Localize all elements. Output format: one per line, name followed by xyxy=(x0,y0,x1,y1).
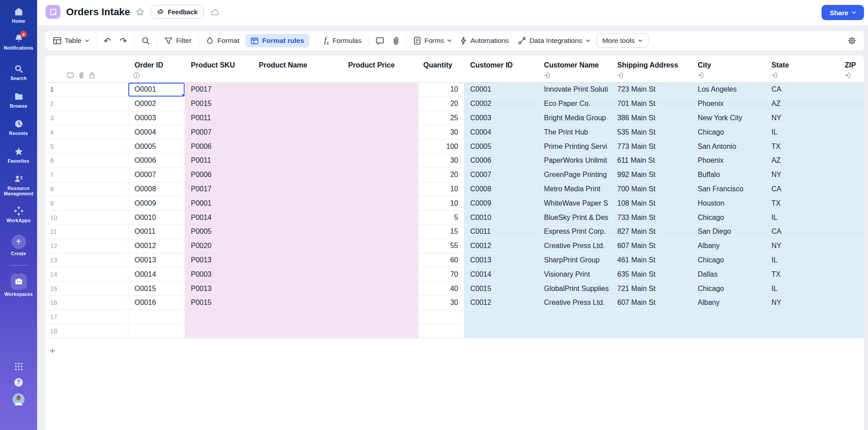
filter-button[interactable]: Filter xyxy=(164,37,191,45)
column-header-customer-name[interactable]: Customer Name xyxy=(538,60,611,70)
cell-order-id[interactable]: O0004 xyxy=(128,125,185,139)
lock-icon[interactable] xyxy=(89,72,95,80)
settings-button[interactable] xyxy=(848,37,856,45)
cell-city[interactable]: Chicago xyxy=(691,282,765,296)
cloud-save-icon[interactable] xyxy=(210,8,219,16)
cell-product-price[interactable] xyxy=(342,310,418,325)
column-header-product-sku[interactable]: Product SKU xyxy=(185,60,253,70)
cell-customer-name[interactable]: WhiteWave Paper S xyxy=(538,196,611,211)
cell-order-id[interactable] xyxy=(128,325,185,339)
cell-zip[interactable] xyxy=(839,168,864,182)
cell-product-price[interactable] xyxy=(342,239,418,253)
column-header-zip[interactable]: ZIP xyxy=(839,60,864,70)
sidebar-item-create[interactable]: + Create xyxy=(0,235,37,256)
cell-quantity[interactable]: 55 xyxy=(418,239,464,253)
cell-customer-id[interactable]: C0007 xyxy=(464,168,538,182)
row-number[interactable]: 18 xyxy=(45,325,128,339)
cell-state[interactable]: NY xyxy=(765,296,839,310)
cell-product-price[interactable] xyxy=(342,168,418,182)
cell-quantity[interactable]: 30 xyxy=(418,125,464,139)
cell-product-name[interactable] xyxy=(253,139,342,154)
cell-product-name[interactable] xyxy=(253,111,342,126)
cell-city[interactable]: Phoenix xyxy=(691,97,765,111)
cell-customer-name[interactable]: Creative Press Ltd. xyxy=(538,239,611,253)
cell-customer-name[interactable]: BlueSky Print & Des xyxy=(538,211,611,225)
cell-state[interactable]: NY xyxy=(765,239,839,253)
row-number[interactable]: 15 xyxy=(45,282,128,296)
cell-product-name[interactable] xyxy=(253,296,342,310)
cell-product-price[interactable] xyxy=(342,97,418,111)
cell-product-name[interactable] xyxy=(253,83,342,97)
cell-city[interactable]: San Diego xyxy=(691,225,765,239)
cell-state[interactable]: AZ xyxy=(765,154,839,168)
cell-zip[interactable] xyxy=(839,154,864,168)
cell-state[interactable] xyxy=(765,325,839,339)
cell-product-sku[interactable]: P0014 xyxy=(185,211,253,225)
cell-customer-id[interactable]: C0001 xyxy=(464,83,538,97)
cell-customer-name[interactable]: The Print Hub xyxy=(538,125,611,139)
cell-link-icon[interactable] xyxy=(697,72,704,80)
cell-product-name[interactable] xyxy=(253,325,342,339)
cell-order-id[interactable]: O0006 xyxy=(128,154,185,168)
row-number[interactable]: 1 xyxy=(45,83,128,97)
cell-product-sku[interactable]: P0006 xyxy=(185,168,253,182)
cell-state[interactable]: IL xyxy=(765,211,839,225)
cell-zip[interactable] xyxy=(839,267,864,282)
cell-order-id[interactable]: O0003 xyxy=(128,111,185,126)
automations-button[interactable]: Automations xyxy=(460,37,509,45)
cell-customer-id[interactable]: C0003 xyxy=(464,111,538,126)
cell-customer-name[interactable]: Bright Media Group xyxy=(538,111,611,126)
comment-bubble-icon[interactable] xyxy=(67,72,74,80)
cell-order-id[interactable] xyxy=(128,310,185,325)
cell-order-id[interactable]: O0011 xyxy=(128,225,185,239)
cell-quantity[interactable]: 15 xyxy=(418,225,464,239)
sidebar-item-workspaces[interactable]: Workspaces xyxy=(0,274,37,297)
cell-state[interactable]: IL xyxy=(765,125,839,139)
cell-product-sku[interactable] xyxy=(185,310,253,325)
cell-shipping-address[interactable]: 721 Main St xyxy=(611,282,691,296)
cell-city[interactable]: San Antonio xyxy=(691,139,765,154)
cell-state[interactable]: CA xyxy=(765,83,839,97)
corner-header-cell[interactable] xyxy=(45,60,128,70)
cell-customer-id[interactable]: C0013 xyxy=(464,253,538,268)
sidebar-item-browse[interactable]: Browse xyxy=(0,91,37,109)
cell-quantity[interactable]: 10 xyxy=(418,83,464,97)
cell-state[interactable]: AZ xyxy=(765,97,839,111)
cell-product-sku[interactable]: P0006 xyxy=(185,139,253,154)
cell-order-id[interactable]: O0015 xyxy=(128,282,185,296)
cell-customer-name[interactable]: Eco Paper Co. xyxy=(538,97,611,111)
cell-shipping-address[interactable]: 461 Main St xyxy=(611,253,691,268)
cell-zip[interactable] xyxy=(839,282,864,296)
cell-product-name[interactable] xyxy=(253,182,342,197)
attachments-button[interactable] xyxy=(393,37,399,45)
cell-shipping-address[interactable] xyxy=(611,325,691,339)
cell-zip[interactable] xyxy=(839,139,864,154)
cell-customer-id[interactable]: C0006 xyxy=(464,154,538,168)
favorite-star-icon[interactable] xyxy=(135,7,145,17)
cell-zip[interactable] xyxy=(839,125,864,139)
sidebar-item-home[interactable]: Home xyxy=(0,6,37,24)
cell-shipping-address[interactable] xyxy=(611,310,691,325)
cell-quantity[interactable]: 60 xyxy=(418,253,464,268)
cell-product-sku[interactable]: P0015 xyxy=(185,296,253,310)
cell-city[interactable]: San Francisco xyxy=(691,182,765,197)
cell-zip[interactable] xyxy=(839,225,864,239)
cell-city[interactable]: Dallas xyxy=(691,267,765,282)
cell-customer-id[interactable]: C0002 xyxy=(464,97,538,111)
cell-city[interactable]: Chicago xyxy=(691,125,765,139)
cell-product-name[interactable] xyxy=(253,154,342,168)
cell-city[interactable] xyxy=(691,325,765,339)
column-header-quantity[interactable]: Quantity xyxy=(418,60,464,70)
more-tools-button[interactable]: More tools xyxy=(596,34,649,48)
cell-product-sku[interactable]: P0020 xyxy=(185,239,253,253)
sidebar-item-notifications[interactable]: 4 Notifications xyxy=(0,33,37,51)
cell-shipping-address[interactable]: 535 Main St xyxy=(611,125,691,139)
cell-customer-name[interactable]: Innovate Print Soluti xyxy=(538,83,611,97)
cell-zip[interactable] xyxy=(839,97,864,111)
cell-customer-name[interactable]: GreenPage Printing xyxy=(538,168,611,182)
cell-product-price[interactable] xyxy=(342,182,418,197)
column-header-product-name[interactable]: Product Name xyxy=(253,60,342,70)
paperclip-icon[interactable] xyxy=(79,72,84,80)
cell-zip[interactable] xyxy=(839,83,864,97)
cell-product-price[interactable] xyxy=(342,83,418,97)
